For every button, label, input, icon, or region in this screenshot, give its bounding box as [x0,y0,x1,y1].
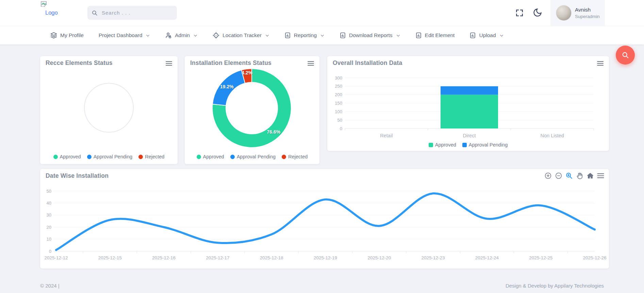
nav-item-label: Location Tracker [222,32,262,38]
dashboard-screen: Logo Avnish Superadmin My ProfileProject… [0,0,644,293]
nav-item-download-reports[interactable]: Download Reports [340,32,400,39]
overall-bar-chart: 300250200150100500RetailDirectNon Listed [327,56,609,151]
nav-item-my-profile[interactable]: My Profile [50,32,84,39]
search-box [87,6,177,20]
x-tick-label: 2025-12-25 [529,255,552,260]
legend-marker [138,155,143,159]
legend-item-rejected[interactable]: Rejected [138,154,164,159]
chevron-down-icon [320,33,325,38]
legend-item-approval-pending[interactable]: Approval Pending [462,142,508,148]
x-tick-label: 2025-12-18 [260,255,283,260]
y-tick-label: 200 [335,92,342,97]
report-icon [469,32,476,39]
footer: © 2024 | Design & Develop by Appilary Te… [0,278,644,293]
x-category-label: Non Listed [541,133,564,138]
chevron-down-icon [146,33,150,38]
legend-label: Approved [203,154,224,159]
bar-direct-approved[interactable] [441,95,498,128]
bar-direct-approval-pending[interactable] [441,86,498,95]
user-menu[interactable]: Avnish Superadmin [550,0,605,26]
report-icon [415,32,422,39]
y-tick-label: 100 [335,109,342,114]
installation-donut-chart: 76.6%76.6%19.2%19.2%4.2%4.2% [185,56,319,164]
legend-item-approved[interactable]: Approved [197,154,224,159]
chevron-down-icon [265,33,269,38]
x-category-label: Retail [380,133,393,138]
search-input[interactable] [101,10,170,16]
user-avatar [556,5,572,21]
y-tick-label: 20 [47,225,51,230]
recce-legend: ApprovedApproval PendingRejected [40,154,178,159]
legend-item-approved[interactable]: Approved [429,142,456,148]
y-tick-label: 150 [335,101,342,106]
x-tick-label: 2025-12-26 [583,255,606,260]
dark-mode-button[interactable] [533,8,542,18]
legend-item-approval-pending[interactable]: Approval Pending [230,154,276,159]
legend-label: Approved [435,142,456,148]
card-overall-installation-data: Overall Installation Data 30025020015010… [327,56,609,151]
legend-label: Approved [60,154,81,159]
y-tick-label: 300 [335,75,342,81]
logo[interactable]: Logo [40,1,58,16]
installation-legend: ApprovedApproval PendingRejected [185,154,319,159]
donut-data-label: 19.2% [220,84,234,89]
legend-marker [53,155,58,159]
y-tick-label: 0 [49,249,51,254]
y-tick-label: 50 [337,118,342,123]
footer-copyright: © 2024 | [40,283,60,289]
x-tick-label: 2025-12-16 [152,255,176,260]
nav-item-upload[interactable]: Upload [469,32,503,39]
search-icon [622,51,629,59]
y-tick-label: 250 [335,84,342,89]
x-tick-label: 2025-12-23 [422,255,445,260]
fullscreen-button[interactable] [515,8,524,18]
legend-label: Approval Pending [94,154,132,159]
x-tick-label: 2025-12-20 [367,255,391,260]
broken-image-icon [40,1,47,8]
y-tick-label: 0 [340,126,342,131]
nav-item-reporting[interactable]: Reporting [284,32,325,39]
nav-item-label: Upload [479,32,496,38]
fullscreen-icon [515,8,524,17]
line-series[interactable] [56,193,595,250]
nav-item-location-tracker[interactable]: Location Tracker [213,32,269,39]
card-installation-elements-status: Installation Elements Status 76.6%76.6%1… [185,56,319,164]
legend-marker [462,143,467,147]
legend-item-approved[interactable]: Approved [53,154,81,159]
logo-text: Logo [45,10,58,16]
legend-label: Rejected [288,154,308,159]
legend-label: Approval Pending [469,142,508,148]
nav-item-project-dashboard[interactable]: Project Dashboard [99,32,150,38]
x-tick-label: 2025-12-17 [206,255,229,260]
layers-icon [50,32,57,39]
recce-donut-chart [40,56,178,164]
nav-item-admin[interactable]: Admin [165,32,198,39]
legend-item-rejected[interactable]: Rejected [282,154,308,159]
report-icon [284,32,291,39]
nav-menu: My ProfileProject DashboardAdminLocation… [0,26,644,45]
empty-donut-outline [84,83,133,132]
floating-search-button[interactable] [616,46,635,65]
x-tick-label: 2025-12-24 [475,255,499,260]
legend-marker [197,155,201,159]
legend-marker [282,155,286,159]
admin-user-icon [165,32,172,39]
chevron-down-icon [499,33,504,38]
legend-label: Rejected [145,154,164,159]
moon-icon [533,8,542,17]
y-tick-label: 10 [47,237,51,242]
y-tick-label: 30 [47,212,51,218]
legend-label: Approval Pending [237,154,276,159]
donut-data-label: 76.6% [267,129,281,135]
card-recce-elements-status: Recce Elements Status ApprovedApproval P… [40,56,178,164]
datewise-line-chart: 010203040502025-12-122025-12-152025-12-1… [40,169,609,269]
x-category-label: Direct [463,133,476,138]
nav-item-edit-element[interactable]: Edit Element [415,32,455,39]
top-bar: Logo Avnish Superadmin [0,0,644,26]
x-tick-label: 2025-12-12 [44,255,68,260]
y-tick-label: 40 [47,201,51,206]
legend-item-approval-pending[interactable]: Approval Pending [87,154,132,159]
chevron-down-icon [396,33,400,38]
location-target-icon [213,32,219,39]
legend-marker [429,143,433,147]
